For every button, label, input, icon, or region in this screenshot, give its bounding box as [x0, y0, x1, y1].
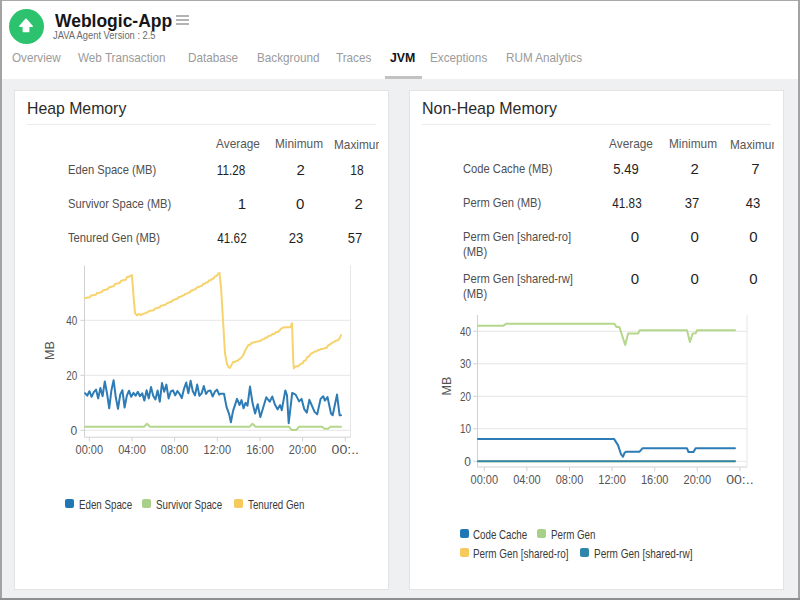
svg-text:00:..: 00:.. [726, 473, 754, 487]
svg-text:00:..: 00:.. [332, 443, 360, 457]
svg-text:40: 40 [66, 314, 77, 328]
svg-text:20: 20 [66, 369, 77, 383]
svg-text:12:00: 12:00 [598, 473, 626, 487]
svg-text:16:00: 16:00 [246, 443, 274, 457]
svg-text:MB: MB [440, 377, 454, 396]
svg-text:04:00: 04:00 [118, 443, 146, 457]
svg-text:00:00: 00:00 [76, 443, 104, 457]
svg-text:08:00: 08:00 [161, 443, 189, 457]
svg-text:00:00: 00:00 [471, 473, 499, 487]
svg-text:30: 30 [460, 357, 471, 371]
svg-text:20: 20 [460, 390, 471, 404]
svg-text:20:00: 20:00 [684, 473, 712, 487]
svg-text:0: 0 [464, 455, 471, 469]
svg-text:40: 40 [460, 325, 471, 339]
svg-text:MB: MB [43, 341, 57, 360]
svg-text:08:00: 08:00 [556, 473, 584, 487]
svg-text:16:00: 16:00 [641, 473, 669, 487]
svg-text:20:00: 20:00 [289, 443, 317, 457]
svg-text:04:00: 04:00 [513, 473, 541, 487]
svg-text:10: 10 [460, 422, 471, 436]
svg-text:0: 0 [71, 424, 78, 438]
svg-text:12:00: 12:00 [204, 443, 232, 457]
